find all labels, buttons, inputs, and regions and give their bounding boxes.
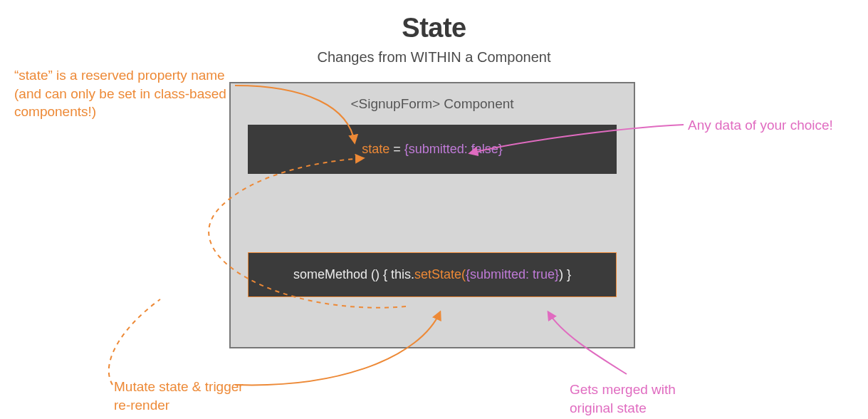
code-token-setstate: setState(	[414, 267, 466, 281]
code-token-method-pre: someMethod () { this.	[293, 267, 414, 281]
page-subtitle: Changes from WITHIN a Component	[0, 49, 868, 66]
page-title: State	[0, 13, 868, 43]
annotation-reserved-property: “state” is a reserved property name (and…	[14, 66, 228, 121]
component-box: <SignupForm> Component state = {submitte…	[229, 82, 635, 348]
arrow-mutate-hook-dashed	[109, 299, 160, 385]
code-token-state: state	[362, 142, 389, 156]
code-token-equals: =	[389, 142, 404, 156]
code-token-method-post: ) }	[559, 267, 571, 281]
code-block-state: state = {submitted: false}	[248, 125, 617, 174]
code-token-state-value: {submitted: false}	[404, 142, 503, 156]
code-block-method: someMethod () { this.setState({submitted…	[248, 252, 617, 297]
annotation-gets-merged: Gets merged with original state	[570, 381, 712, 417]
annotation-any-data: Any data of your choice!	[688, 116, 833, 135]
annotation-mutate-state: Mutate state & trigger re-render	[114, 378, 256, 414]
component-label: <SignupForm> Component	[231, 96, 634, 112]
code-token-setstate-arg: {submitted: true}	[466, 267, 559, 281]
